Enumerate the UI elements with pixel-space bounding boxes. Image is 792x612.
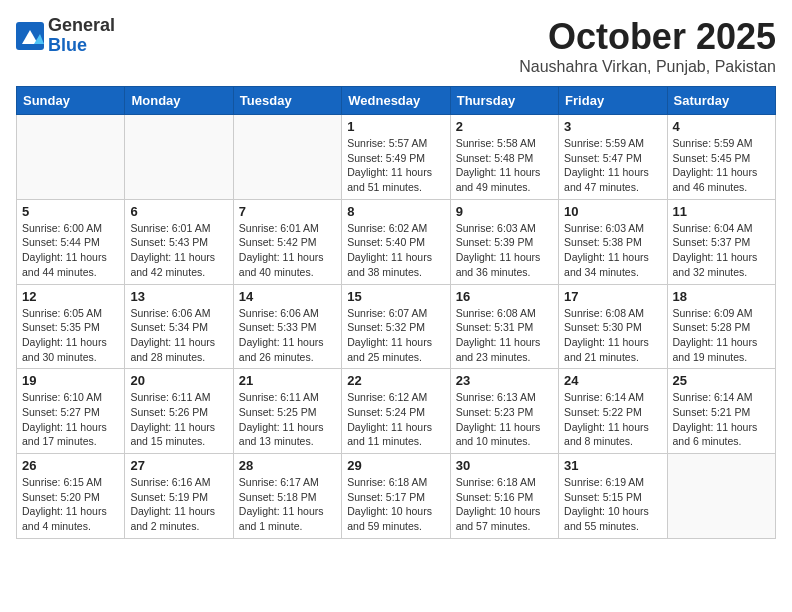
- day-number: 11: [673, 204, 770, 219]
- calendar-cell: 21Sunrise: 6:11 AM Sunset: 5:25 PM Dayli…: [233, 369, 341, 454]
- calendar-cell: 19Sunrise: 6:10 AM Sunset: 5:27 PM Dayli…: [17, 369, 125, 454]
- calendar-cell: 5Sunrise: 6:00 AM Sunset: 5:44 PM Daylig…: [17, 199, 125, 284]
- day-number: 1: [347, 119, 444, 134]
- calendar-cell: 13Sunrise: 6:06 AM Sunset: 5:34 PM Dayli…: [125, 284, 233, 369]
- day-number: 13: [130, 289, 227, 304]
- calendar-week-row: 26Sunrise: 6:15 AM Sunset: 5:20 PM Dayli…: [17, 454, 776, 539]
- day-number: 17: [564, 289, 661, 304]
- day-number: 7: [239, 204, 336, 219]
- calendar-cell: 18Sunrise: 6:09 AM Sunset: 5:28 PM Dayli…: [667, 284, 775, 369]
- day-number: 9: [456, 204, 553, 219]
- day-number: 6: [130, 204, 227, 219]
- calendar-cell: 15Sunrise: 6:07 AM Sunset: 5:32 PM Dayli…: [342, 284, 450, 369]
- calendar-cell: 24Sunrise: 6:14 AM Sunset: 5:22 PM Dayli…: [559, 369, 667, 454]
- weekday-header-saturday: Saturday: [667, 87, 775, 115]
- calendar-cell: 31Sunrise: 6:19 AM Sunset: 5:15 PM Dayli…: [559, 454, 667, 539]
- cell-info: Sunrise: 6:11 AM Sunset: 5:26 PM Dayligh…: [130, 390, 227, 449]
- calendar-cell: [667, 454, 775, 539]
- calendar-cell: 17Sunrise: 6:08 AM Sunset: 5:30 PM Dayli…: [559, 284, 667, 369]
- logo-general: General: [48, 16, 115, 36]
- cell-info: Sunrise: 5:57 AM Sunset: 5:49 PM Dayligh…: [347, 136, 444, 195]
- cell-info: Sunrise: 5:59 AM Sunset: 5:45 PM Dayligh…: [673, 136, 770, 195]
- cell-info: Sunrise: 6:10 AM Sunset: 5:27 PM Dayligh…: [22, 390, 119, 449]
- calendar-cell: 2Sunrise: 5:58 AM Sunset: 5:48 PM Daylig…: [450, 115, 558, 200]
- calendar-cell: 1Sunrise: 5:57 AM Sunset: 5:49 PM Daylig…: [342, 115, 450, 200]
- day-number: 3: [564, 119, 661, 134]
- calendar-cell: 6Sunrise: 6:01 AM Sunset: 5:43 PM Daylig…: [125, 199, 233, 284]
- logo-icon: [16, 22, 44, 50]
- cell-info: Sunrise: 6:07 AM Sunset: 5:32 PM Dayligh…: [347, 306, 444, 365]
- cell-info: Sunrise: 6:04 AM Sunset: 5:37 PM Dayligh…: [673, 221, 770, 280]
- logo-text: General Blue: [48, 16, 115, 56]
- cell-info: Sunrise: 6:14 AM Sunset: 5:21 PM Dayligh…: [673, 390, 770, 449]
- day-number: 31: [564, 458, 661, 473]
- calendar-cell: 11Sunrise: 6:04 AM Sunset: 5:37 PM Dayli…: [667, 199, 775, 284]
- cell-info: Sunrise: 6:18 AM Sunset: 5:16 PM Dayligh…: [456, 475, 553, 534]
- cell-info: Sunrise: 6:18 AM Sunset: 5:17 PM Dayligh…: [347, 475, 444, 534]
- weekday-header-tuesday: Tuesday: [233, 87, 341, 115]
- cell-info: Sunrise: 6:14 AM Sunset: 5:22 PM Dayligh…: [564, 390, 661, 449]
- day-number: 14: [239, 289, 336, 304]
- calendar-cell: 30Sunrise: 6:18 AM Sunset: 5:16 PM Dayli…: [450, 454, 558, 539]
- cell-info: Sunrise: 6:06 AM Sunset: 5:33 PM Dayligh…: [239, 306, 336, 365]
- calendar-cell: 10Sunrise: 6:03 AM Sunset: 5:38 PM Dayli…: [559, 199, 667, 284]
- weekday-header-monday: Monday: [125, 87, 233, 115]
- calendar-cell: 9Sunrise: 6:03 AM Sunset: 5:39 PM Daylig…: [450, 199, 558, 284]
- cell-info: Sunrise: 6:12 AM Sunset: 5:24 PM Dayligh…: [347, 390, 444, 449]
- calendar-cell: 23Sunrise: 6:13 AM Sunset: 5:23 PM Dayli…: [450, 369, 558, 454]
- cell-info: Sunrise: 6:15 AM Sunset: 5:20 PM Dayligh…: [22, 475, 119, 534]
- weekday-header-friday: Friday: [559, 87, 667, 115]
- weekday-header-sunday: Sunday: [17, 87, 125, 115]
- calendar-cell: 28Sunrise: 6:17 AM Sunset: 5:18 PM Dayli…: [233, 454, 341, 539]
- weekday-header-wednesday: Wednesday: [342, 87, 450, 115]
- day-number: 21: [239, 373, 336, 388]
- day-number: 10: [564, 204, 661, 219]
- cell-info: Sunrise: 6:09 AM Sunset: 5:28 PM Dayligh…: [673, 306, 770, 365]
- calendar-cell: 16Sunrise: 6:08 AM Sunset: 5:31 PM Dayli…: [450, 284, 558, 369]
- day-number: 30: [456, 458, 553, 473]
- calendar-week-row: 12Sunrise: 6:05 AM Sunset: 5:35 PM Dayli…: [17, 284, 776, 369]
- weekday-header-thursday: Thursday: [450, 87, 558, 115]
- cell-info: Sunrise: 6:00 AM Sunset: 5:44 PM Dayligh…: [22, 221, 119, 280]
- calendar-cell: 22Sunrise: 6:12 AM Sunset: 5:24 PM Dayli…: [342, 369, 450, 454]
- calendar-cell: 12Sunrise: 6:05 AM Sunset: 5:35 PM Dayli…: [17, 284, 125, 369]
- calendar-cell: [233, 115, 341, 200]
- title-block: October 2025 Naushahra Virkan, Punjab, P…: [519, 16, 776, 76]
- day-number: 24: [564, 373, 661, 388]
- cell-info: Sunrise: 6:03 AM Sunset: 5:38 PM Dayligh…: [564, 221, 661, 280]
- calendar-cell: 7Sunrise: 6:01 AM Sunset: 5:42 PM Daylig…: [233, 199, 341, 284]
- cell-info: Sunrise: 6:05 AM Sunset: 5:35 PM Dayligh…: [22, 306, 119, 365]
- calendar-cell: 3Sunrise: 5:59 AM Sunset: 5:47 PM Daylig…: [559, 115, 667, 200]
- calendar-cell: [17, 115, 125, 200]
- day-number: 20: [130, 373, 227, 388]
- cell-info: Sunrise: 6:01 AM Sunset: 5:42 PM Dayligh…: [239, 221, 336, 280]
- cell-info: Sunrise: 6:01 AM Sunset: 5:43 PM Dayligh…: [130, 221, 227, 280]
- calendar-week-row: 19Sunrise: 6:10 AM Sunset: 5:27 PM Dayli…: [17, 369, 776, 454]
- calendar-cell: 29Sunrise: 6:18 AM Sunset: 5:17 PM Dayli…: [342, 454, 450, 539]
- day-number: 29: [347, 458, 444, 473]
- month-title: October 2025: [519, 16, 776, 58]
- day-number: 26: [22, 458, 119, 473]
- calendar-cell: 4Sunrise: 5:59 AM Sunset: 5:45 PM Daylig…: [667, 115, 775, 200]
- cell-info: Sunrise: 6:08 AM Sunset: 5:30 PM Dayligh…: [564, 306, 661, 365]
- cell-info: Sunrise: 6:11 AM Sunset: 5:25 PM Dayligh…: [239, 390, 336, 449]
- calendar-cell: 27Sunrise: 6:16 AM Sunset: 5:19 PM Dayli…: [125, 454, 233, 539]
- day-number: 18: [673, 289, 770, 304]
- cell-info: Sunrise: 6:08 AM Sunset: 5:31 PM Dayligh…: [456, 306, 553, 365]
- day-number: 8: [347, 204, 444, 219]
- day-number: 19: [22, 373, 119, 388]
- day-number: 5: [22, 204, 119, 219]
- calendar-cell: 14Sunrise: 6:06 AM Sunset: 5:33 PM Dayli…: [233, 284, 341, 369]
- calendar-table: SundayMondayTuesdayWednesdayThursdayFrid…: [16, 86, 776, 539]
- calendar-cell: 25Sunrise: 6:14 AM Sunset: 5:21 PM Dayli…: [667, 369, 775, 454]
- day-number: 2: [456, 119, 553, 134]
- cell-info: Sunrise: 6:02 AM Sunset: 5:40 PM Dayligh…: [347, 221, 444, 280]
- cell-info: Sunrise: 6:17 AM Sunset: 5:18 PM Dayligh…: [239, 475, 336, 534]
- cell-info: Sunrise: 6:13 AM Sunset: 5:23 PM Dayligh…: [456, 390, 553, 449]
- calendar-cell: 8Sunrise: 6:02 AM Sunset: 5:40 PM Daylig…: [342, 199, 450, 284]
- cell-info: Sunrise: 6:03 AM Sunset: 5:39 PM Dayligh…: [456, 221, 553, 280]
- day-number: 16: [456, 289, 553, 304]
- calendar-cell: [125, 115, 233, 200]
- calendar-header-row: SundayMondayTuesdayWednesdayThursdayFrid…: [17, 87, 776, 115]
- calendar-cell: 26Sunrise: 6:15 AM Sunset: 5:20 PM Dayli…: [17, 454, 125, 539]
